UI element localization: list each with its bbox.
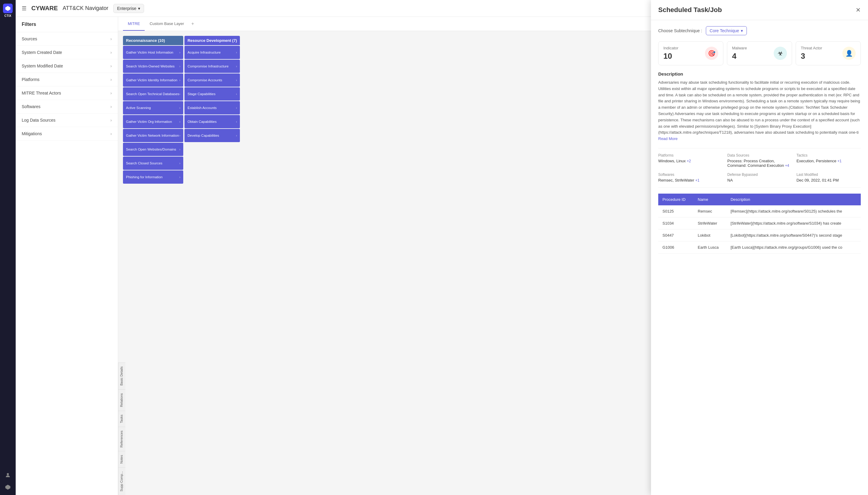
recon-header: Reconnaissance (10) bbox=[123, 36, 183, 45]
meta-defense: Defense Bypassed NA bbox=[727, 172, 791, 183]
filter-softwares-arrow: › bbox=[110, 104, 112, 109]
resource-item-0-arrow: › bbox=[236, 51, 237, 54]
data-sources-label: Data Sources bbox=[727, 153, 791, 157]
last-modified-value: Dec 09, 2022, 01:41 PM bbox=[797, 178, 861, 183]
resource-item-0[interactable]: Acquire Infrastructure › bbox=[184, 46, 240, 59]
recon-item-1[interactable]: Search Victim-Owned Websites › bbox=[123, 59, 183, 73]
filter-sources-label: Sources bbox=[22, 36, 37, 41]
data-sources-value: Process: Process Creation, Command: Comm… bbox=[727, 159, 791, 168]
navigator-title: ATT&CK Navigator bbox=[63, 5, 109, 12]
recon-item-3[interactable]: Search Open Technical Databases › bbox=[123, 87, 183, 101]
side-tab-notes[interactable]: Notes bbox=[118, 451, 125, 467]
resource-item-4[interactable]: Establish Accounts › bbox=[184, 101, 240, 115]
filter-platforms-label: Platforms bbox=[22, 77, 39, 82]
subtechnique-row: Choose Subtechnique : Core Technique ▾ bbox=[658, 26, 861, 35]
stat-indicator: Indicator 10 🎯 bbox=[658, 41, 723, 65]
side-tab-supp[interactable]: Supp Comp... bbox=[118, 467, 125, 495]
detail-content: Choose Subtechnique : Core Technique ▾ I… bbox=[651, 20, 868, 495]
softwares-label: Softwares bbox=[658, 172, 722, 177]
data-sources-text: Process: Process Creation, Command: Comm… bbox=[727, 159, 785, 168]
tactics-extra: +1 bbox=[838, 159, 842, 163]
subtechnique-label: Choose Subtechnique : bbox=[658, 28, 702, 33]
stats-row: Indicator 10 🎯 Malware 4 ☣ Threat Actor … bbox=[658, 41, 861, 65]
meta-grid: Platforms Windows, Linux +2 Data Sources… bbox=[658, 148, 861, 188]
meta-data-sources: Data Sources Process: Process Creation, … bbox=[727, 153, 791, 168]
subtechnique-dropdown[interactable]: Core Technique ▾ bbox=[706, 26, 747, 35]
filter-log-arrow: › bbox=[110, 118, 112, 122]
side-tab-relations[interactable]: Relations bbox=[118, 389, 125, 411]
recon-item-6[interactable]: Gather Victim Network Information › bbox=[123, 129, 183, 142]
resource-item-1[interactable]: Compromise Infrastructure › bbox=[184, 59, 240, 73]
close-button[interactable]: ✕ bbox=[856, 6, 861, 14]
recon-item-3-arrow: › bbox=[179, 92, 180, 96]
filter-log-label: Log Data Sources bbox=[22, 118, 55, 122]
filter-system-modified-date[interactable]: System Modified Date › bbox=[16, 59, 118, 73]
cyware-bottom-icon[interactable] bbox=[5, 484, 11, 491]
filter-mitre-threat-actors[interactable]: MITRE Threat Actors › bbox=[16, 86, 118, 100]
procedure-table: Procedure ID Name Description S0125 Rems… bbox=[658, 193, 861, 254]
tab-custom-base-layer[interactable]: Custom Base Layer bbox=[145, 17, 189, 31]
chevron-down-icon: ▾ bbox=[138, 6, 140, 11]
table-row[interactable]: S1034 StrifeWater [StrifeWater](https://… bbox=[658, 217, 861, 229]
side-tab-references[interactable]: References bbox=[118, 427, 125, 451]
description-body: Adversaries may abuse task scheduling fu… bbox=[658, 80, 860, 135]
procedure-desc-lokibot: [Lokibot](https://attack.mitre.org/softw… bbox=[726, 229, 861, 241]
resource-item-6[interactable]: Develop Capabilities › bbox=[184, 129, 240, 142]
filter-mitre-label: MITRE Threat Actors bbox=[22, 91, 61, 96]
procedure-name-lokibot: Lokibot bbox=[693, 229, 726, 241]
procedure-name-strifewater: StrifeWater bbox=[693, 217, 726, 229]
filter-sources[interactable]: Sources › bbox=[16, 32, 118, 46]
filter-mitigations[interactable]: Mitigations › bbox=[16, 127, 118, 141]
svg-marker-2 bbox=[5, 485, 11, 490]
recon-item-4[interactable]: Active Scanning › bbox=[123, 101, 183, 115]
recon-item-0[interactable]: Gather Victim Host Information › bbox=[123, 46, 183, 59]
table-row[interactable]: G1006 Earth Lusca [Earth Lusca](https://… bbox=[658, 241, 861, 253]
filter-system-created-date[interactable]: System Created Date › bbox=[16, 46, 118, 59]
tab-add-button[interactable]: + bbox=[189, 17, 197, 31]
filter-platforms[interactable]: Platforms › bbox=[16, 73, 118, 86]
recon-item-0-arrow: › bbox=[179, 51, 180, 54]
resource-item-5[interactable]: Obtain Capabilities › bbox=[184, 115, 240, 128]
table-row[interactable]: S0125 Remsec [Remsec](https://attack.mit… bbox=[658, 205, 861, 217]
tab-mitre[interactable]: MITRE bbox=[123, 17, 145, 31]
resource-item-2-arrow: › bbox=[236, 78, 237, 82]
hamburger-icon[interactable]: ☰ bbox=[22, 5, 27, 12]
user-icon[interactable] bbox=[5, 472, 11, 479]
side-tab-basic-details[interactable]: Basic Details bbox=[118, 362, 125, 389]
resource-item-4-arrow: › bbox=[236, 106, 237, 110]
recon-item-9[interactable]: Phishing for Information › bbox=[123, 170, 183, 184]
resource-item-2[interactable]: Compromise Accounts › bbox=[184, 73, 240, 87]
resource-item-5-arrow: › bbox=[236, 120, 237, 124]
app-subtitle: CTIX bbox=[4, 14, 12, 17]
filter-softwares-label: Softwares bbox=[22, 104, 40, 109]
app-logo: CTIX bbox=[3, 4, 13, 17]
stat-threat-actor-value: 3 bbox=[801, 51, 822, 61]
filter-log-data-sources[interactable]: Log Data Sources › bbox=[16, 114, 118, 127]
stat-indicator-value: 10 bbox=[664, 51, 678, 61]
recon-item-7[interactable]: Search Open Websites/Domains › bbox=[123, 143, 183, 156]
enterprise-dropdown[interactable]: Enterprise ▾ bbox=[113, 4, 144, 13]
recon-item-8[interactable]: Search Closed Sources › bbox=[123, 157, 183, 170]
filter-softwares[interactable]: Softwares › bbox=[16, 100, 118, 114]
side-tab-tasks[interactable]: Tasks bbox=[118, 411, 125, 427]
tactics-text: Execution, Persistence bbox=[797, 159, 838, 163]
recon-item-2[interactable]: Gather Victim Identity Information › bbox=[123, 73, 183, 87]
procedure-name-remsec: Remsec bbox=[693, 205, 726, 217]
resource-item-3[interactable]: Stage Capabilities › bbox=[184, 87, 240, 101]
read-more-link[interactable]: Read More bbox=[658, 136, 677, 141]
table-row[interactable]: S0447 Lokibot [Lokibot](https://attack.m… bbox=[658, 229, 861, 241]
meta-platforms: Platforms Windows, Linux +2 bbox=[658, 153, 722, 168]
procedure-id-s0125: S0125 bbox=[658, 205, 693, 217]
softwares-text: Remsec, StrifeWater bbox=[658, 178, 695, 183]
filter-mitigations-arrow: › bbox=[110, 131, 112, 136]
platforms-value: Windows, Linux +2 bbox=[658, 159, 722, 163]
svg-point-1 bbox=[7, 473, 9, 475]
stat-malware-info: Malware 4 bbox=[732, 46, 747, 61]
resource-item-3-arrow: › bbox=[236, 92, 237, 96]
procedure-name-earth-lusca: Earth Lusca bbox=[693, 241, 726, 253]
stat-threat-actor: Threat Actor 3 👤 bbox=[796, 41, 861, 65]
recon-item-5[interactable]: Gather Victim Org Information › bbox=[123, 115, 183, 128]
platforms-text: Windows, Linux bbox=[658, 159, 687, 163]
enterprise-label: Enterprise bbox=[117, 6, 136, 11]
detail-title: Scheduled Task/Job bbox=[658, 6, 722, 14]
